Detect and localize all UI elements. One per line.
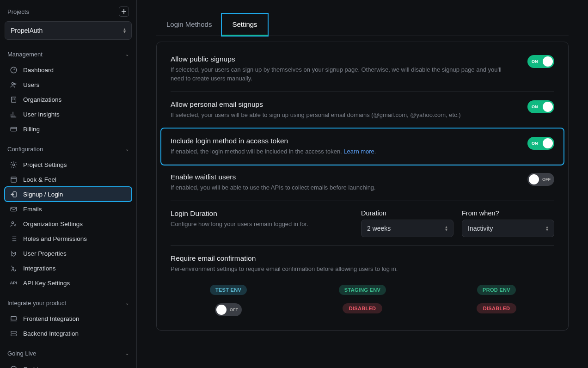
plus-icon: [121, 9, 127, 14]
toggle-waitlist[interactable]: OFF: [527, 173, 554, 186]
sidebar-item-integrations[interactable]: Integrations: [5, 261, 132, 276]
env-test: TEST ENV OFF: [171, 285, 286, 316]
toggle-knob: [543, 102, 553, 112]
section-configuration[interactable]: Configuration ⌄: [5, 143, 132, 155]
svg-point-10: [14, 224, 16, 226]
section-integrate[interactable]: Integrate your product ⌄: [5, 297, 132, 309]
setting-desc: If selected, your users will be able to …: [171, 111, 514, 120]
setting-personal-email: Allow personal email signups If selected…: [171, 92, 554, 129]
add-project-button[interactable]: [119, 6, 129, 17]
section-going-live[interactable]: Going Live ⌄: [5, 347, 132, 360]
setting-email-confirmation: Require email confirmation Per-environme…: [171, 246, 554, 316]
chevron-down-icon: ⌄: [125, 147, 129, 152]
setting-login-method-token: Include login method in access token If …: [161, 129, 564, 165]
svg-rect-12: [11, 331, 16, 333]
sidebar-item-label: Organization Settings: [23, 221, 83, 227]
setting-title: Allow public signups: [171, 55, 514, 63]
sidebar-item-signup-login[interactable]: Signup / Login: [5, 187, 132, 202]
setting-title: Login Duration: [171, 209, 338, 218]
laptop-icon: [9, 314, 18, 323]
svg-point-1: [12, 82, 13, 84]
sidebar-item-go-live[interactable]: Go Live: [5, 362, 132, 368]
setting-login-duration: Login Duration Configure how long your u…: [171, 201, 554, 246]
disabled-badge-prod: DISABLED: [477, 303, 517, 313]
env-staging: STAGING ENV DISABLED: [305, 285, 420, 316]
gear-icon: [9, 160, 18, 169]
svg-point-2: [14, 83, 16, 85]
login-icon: [9, 190, 18, 198]
duration-select[interactable]: 2 weeks ▴▾: [361, 220, 453, 237]
setting-title: Allow personal email signups: [171, 100, 514, 109]
key-icon: API: [9, 279, 18, 287]
svg-rect-4: [11, 127, 17, 131]
tabs: Login Methods Settings: [156, 14, 569, 36]
env-badge-prod: PROD ENV: [477, 285, 516, 295]
sidebar-item-label: User Insights: [23, 111, 60, 118]
chevron-down-icon: ⌄: [125, 301, 129, 306]
sidebar-item-frontend[interactable]: Frontend Integration: [5, 311, 132, 326]
users-icon: [9, 80, 18, 89]
setting-waitlist: Enable waitlist users If enabled, you wi…: [171, 165, 554, 201]
chevron-down-icon: ⌄: [125, 351, 129, 356]
building-icon: [9, 95, 18, 104]
toggle-public-signups[interactable]: ON: [527, 55, 554, 68]
svg-point-5: [12, 164, 14, 166]
sidebar-item-api-keys[interactable]: API API Key Settings: [5, 276, 132, 290]
projects-label: Projects: [7, 8, 29, 15]
sidebar-item-user-insights[interactable]: User Insights: [5, 107, 132, 122]
toggle-login-method-token[interactable]: ON: [527, 137, 554, 150]
toggle-knob: [529, 174, 539, 184]
tab-settings[interactable]: Settings: [222, 14, 267, 36]
sidebar-item-roles[interactable]: Roles and Permissions: [5, 231, 132, 246]
setting-desc: If enabled, the login method will be inc…: [171, 147, 514, 156]
sidebar-item-organizations[interactable]: Organizations: [5, 92, 132, 107]
toggle-knob: [543, 56, 553, 67]
chevron-down-icon: ⌄: [125, 52, 129, 57]
svg-rect-3: [11, 97, 16, 102]
sidebar-item-label: Backend Integration: [23, 330, 79, 337]
section-management[interactable]: Management ⌄: [5, 48, 132, 61]
sidebar-item-emails[interactable]: Emails: [5, 202, 132, 216]
project-selector[interactable]: PropelAuth ▴▾: [5, 21, 132, 40]
sidebar-item-label: Billing: [23, 126, 40, 133]
svg-rect-13: [11, 334, 16, 336]
sidebar-item-label: Users: [23, 81, 39, 88]
project-name: PropelAuth: [11, 27, 43, 34]
sidebar-item-billing[interactable]: Billing: [5, 122, 132, 136]
svg-rect-8: [11, 207, 17, 211]
svg-rect-11: [11, 316, 16, 320]
learn-more-link[interactable]: Learn more: [343, 148, 374, 155]
sidebar-item-project-settings[interactable]: Project Settings: [5, 157, 132, 172]
gauge-icon: [9, 66, 18, 74]
sidebar-item-look-feel[interactable]: Look & Feel: [5, 172, 132, 187]
users-gear-icon: [9, 220, 18, 228]
setting-desc: Configure how long your users remain log…: [171, 220, 338, 229]
env-badge-staging: STAGING ENV: [339, 285, 386, 295]
svg-rect-6: [11, 177, 16, 182]
sidebar-item-users[interactable]: Users: [5, 77, 132, 92]
toggle-test-env[interactable]: OFF: [215, 303, 242, 316]
setting-title: Require email confirmation: [171, 254, 554, 263]
tab-login-methods[interactable]: Login Methods: [156, 14, 222, 36]
sidebar-item-label: Look & Feel: [23, 176, 56, 183]
sidebar-item-user-properties[interactable]: User Properties: [5, 246, 132, 261]
disabled-badge-staging: DISABLED: [343, 303, 383, 313]
sidebar-item-label: Go Live: [23, 366, 45, 368]
env-prod: PROD ENV DISABLED: [439, 285, 554, 316]
sidebar-item-dashboard[interactable]: Dashboard: [5, 62, 132, 77]
card-icon: [9, 125, 18, 133]
from-when-label: From when?: [462, 209, 554, 217]
check-circle-icon: [9, 365, 18, 368]
setting-desc: Per-environment settings to require emai…: [171, 265, 554, 274]
setting-desc: If selected, your users can sign up by t…: [171, 66, 514, 83]
from-when-select[interactable]: Inactivity ▴▾: [462, 220, 554, 237]
integrations-icon: [9, 264, 18, 272]
chevron-updown-icon: ▴▾: [546, 226, 548, 231]
sidebar-item-label: Roles and Permissions: [23, 235, 87, 242]
sidebar-item-org-settings[interactable]: Organization Settings: [5, 216, 132, 231]
svg-point-14: [11, 366, 17, 368]
chevron-updown-icon: ▴▾: [123, 28, 126, 33]
sidebar-item-backend[interactable]: Backend Integration: [5, 326, 132, 341]
toggle-personal-email[interactable]: ON: [527, 100, 554, 113]
sidebar-item-label: Organizations: [23, 96, 61, 103]
